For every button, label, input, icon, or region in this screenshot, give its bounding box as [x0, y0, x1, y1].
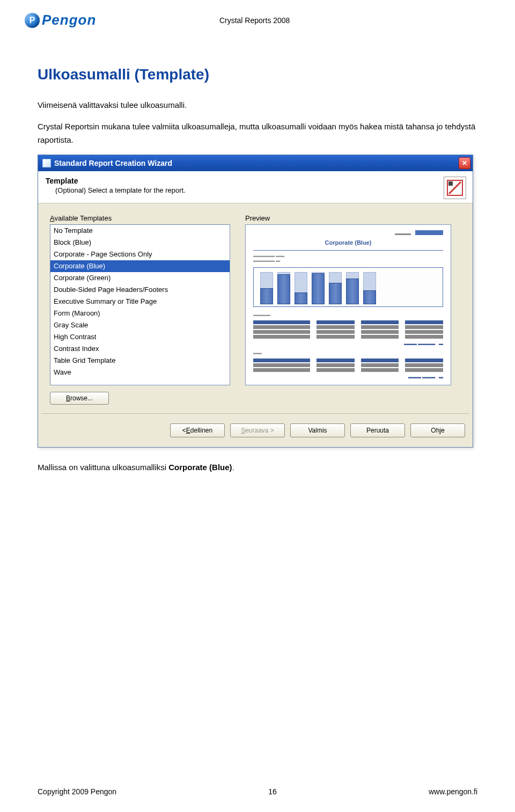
preview-pane: ▬▬▬ Corporate (Blue) ▬▬▬▬▬ ▬▬▬▬▬▬▬ ▬ [245, 224, 451, 385]
template-option[interactable]: Corporate (Blue) [50, 260, 230, 272]
footer-page-number: 16 [268, 787, 277, 796]
template-option[interactable]: Wave [50, 367, 230, 378]
template-option[interactable]: Gray Scale [50, 319, 230, 331]
back-button[interactable]: < Edellinen [170, 423, 225, 437]
preview-chart-icon [253, 267, 443, 306]
logo-badge-icon: P [25, 13, 40, 28]
help-button[interactable]: Ohje [410, 423, 465, 437]
logo-text: Pengon [42, 12, 96, 28]
wizard-step-title: Template [46, 177, 465, 185]
dialog-screenshot: Standard Report Creation Wizard ✕ Templa… [38, 155, 477, 448]
template-listbox[interactable]: No TemplateBlock (Blue)Corporate - Page … [50, 224, 230, 385]
template-option[interactable]: Form (Maroon) [50, 308, 230, 319]
paragraph-2: Crystal Reportsin mukana tulee valmiita … [38, 120, 477, 147]
template-option[interactable]: High Contrast [50, 331, 230, 343]
preview-title: Corporate (Blue) [253, 239, 443, 246]
footer-copyright: Copyright 2009 Pengon [38, 787, 116, 796]
dialog-title: Standard Report Creation Wizard [54, 159, 172, 167]
wizard-app-icon [42, 159, 51, 167]
template-option[interactable]: Block (Blue) [50, 237, 230, 248]
titlebar: Standard Report Creation Wizard ✕ [38, 155, 473, 171]
template-option[interactable]: Contrast Index [50, 343, 230, 355]
template-option[interactable]: Corporate - Page Sections Only [50, 248, 230, 260]
wizard-step-icon [444, 177, 466, 199]
wizard-dialog: Standard Report Creation Wizard ✕ Templa… [38, 155, 473, 448]
wizard-footer: < Edellinen Seuraava > Valmis Peruuta Oh… [38, 414, 473, 447]
page-footer: Copyright 2009 Pengon 16 www.pengon.fi [0, 787, 515, 796]
caption: Mallissa on valittuna ulkoasumalliksi Co… [38, 463, 477, 472]
footer-url: www.pengon.fi [429, 787, 477, 796]
template-option[interactable]: Double-Sided Page Headers/Footers [50, 284, 230, 296]
browse-button[interactable]: Browse... [50, 392, 109, 405]
template-option[interactable]: No Template [50, 225, 230, 237]
document-title: Crystal Reports 2008 [219, 16, 290, 25]
content-area: Ulkoasumalli (Template) Viimeisenä valit… [0, 34, 515, 493]
template-option[interactable]: Table Grid Template [50, 355, 230, 367]
cancel-button[interactable]: Peruuta [350, 423, 405, 437]
preview-label: Preview [245, 214, 463, 222]
paragraph-1: Viimeisenä valittavaksi tulee ulkoasumal… [38, 98, 477, 112]
next-button: Seuraava > [230, 423, 285, 437]
available-templates-label: Available Templates [50, 214, 230, 222]
wizard-header: Template (Optional) Select a template fo… [38, 171, 473, 203]
logo: P Pengon [25, 12, 96, 28]
page-header: P Pengon Crystal Reports 2008 [0, 0, 515, 34]
wizard-body: Available Templates No TemplateBlock (Bl… [38, 203, 473, 389]
close-button[interactable]: ✕ [459, 157, 470, 169]
finish-button[interactable]: Valmis [290, 423, 345, 437]
template-option[interactable]: Executive Summary or Title Page [50, 296, 230, 308]
svg-rect-1 [448, 181, 453, 186]
template-option[interactable]: Corporate (Green) [50, 272, 230, 284]
wizard-step-subtitle: (Optional) Select a template for the rep… [46, 186, 465, 194]
section-heading: Ulkoasumalli (Template) [38, 66, 477, 83]
